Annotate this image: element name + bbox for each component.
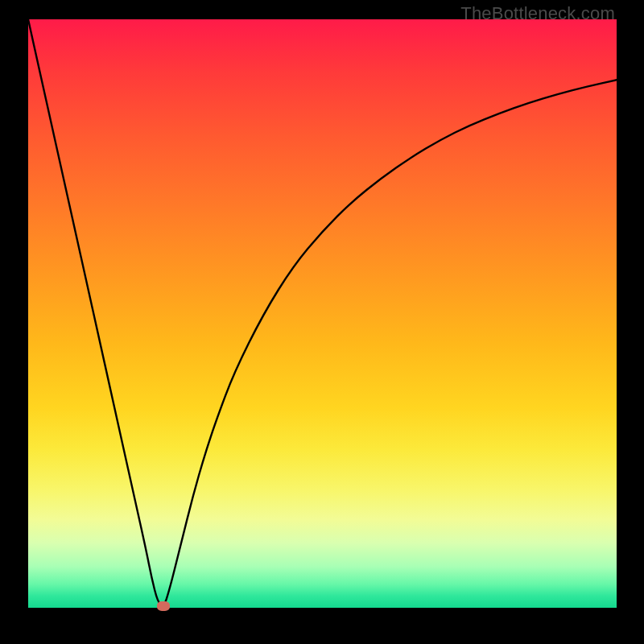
- chart-frame: TheBottleneck.com: [0, 0, 644, 644]
- plot-area: [28, 19, 617, 608]
- bottleneck-curve: [28, 19, 617, 608]
- watermark-text: TheBottleneck.com: [460, 3, 615, 24]
- optimal-point-marker: [157, 601, 170, 611]
